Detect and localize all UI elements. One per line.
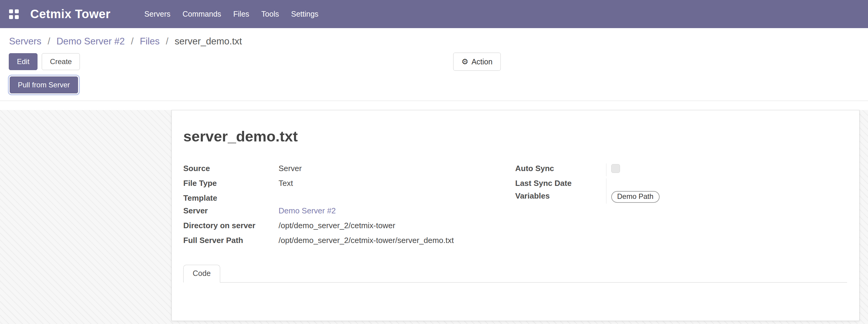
field-row-directory: Directory on server /opt/demo_server_2/c… — [183, 221, 515, 235]
field-widget-last-sync — [606, 178, 847, 191]
menu-item-settings[interactable]: Settings — [291, 10, 318, 19]
field-group-right: Auto Sync Last Sync Date Variables Demo … — [515, 163, 847, 250]
apps-grid-icon[interactable] — [9, 9, 19, 19]
menu-item-tools[interactable]: Tools — [261, 10, 279, 19]
record-title: server_demo.txt — [183, 128, 847, 145]
breadcrumb-separator: / — [166, 36, 168, 46]
tab-content-code — [183, 283, 847, 316]
breadcrumb-separator: / — [48, 36, 50, 46]
field-value-server-link[interactable]: Demo Server #2 — [279, 206, 336, 216]
breadcrumb-current-file: server_demo.txt — [175, 36, 242, 46]
breadcrumb-demo-server[interactable]: Demo Server #2 — [57, 36, 125, 46]
field-label-server: Server — [183, 206, 279, 216]
field-row-variables: Variables Demo Path — [515, 191, 847, 206]
pull-from-server-button[interactable]: Pull from Server — [10, 76, 78, 93]
field-label-file-type: File Type — [183, 178, 279, 188]
field-row-server: Server Demo Server #2 — [183, 206, 515, 221]
control-panel: Edit Create ⚙ Action — [0, 51, 868, 73]
breadcrumb: Servers / Demo Server #2 / Files / serve… — [0, 28, 868, 51]
variable-tag-demo-path: Demo Path — [611, 191, 660, 203]
field-value-full-path: /opt/demo_server_2/cetmix-tower/server_d… — [279, 235, 454, 245]
field-row-file-type: File Type Text — [183, 178, 515, 193]
action-button[interactable]: ⚙ Action — [453, 53, 501, 71]
field-value-directory: /opt/demo_server_2/cetmix-tower — [279, 221, 395, 230]
app-brand-title[interactable]: Cetmix Tower — [30, 7, 111, 21]
notebook-tab-bar: Code — [183, 265, 847, 283]
main-menu: Servers Commands Files Tools Settings — [144, 10, 318, 19]
breadcrumb-files[interactable]: Files — [140, 36, 159, 46]
field-value-source: Server — [279, 163, 302, 173]
breadcrumb-servers[interactable]: Servers — [9, 36, 41, 46]
field-label-last-sync: Last Sync Date — [515, 178, 606, 188]
field-widget-variables: Demo Path — [606, 191, 847, 204]
tab-code[interactable]: Code — [183, 265, 220, 283]
field-widget-auto-sync — [606, 163, 847, 176]
field-label-auto-sync: Auto Sync — [515, 163, 606, 173]
edit-button[interactable]: Edit — [9, 53, 37, 70]
field-label-full-path: Full Server Path — [183, 235, 279, 245]
form-view-background: server_demo.txt Source Server File Type … — [0, 110, 868, 324]
field-group-left: Source Server File Type Text Template Se… — [183, 163, 515, 250]
auto-sync-checkbox[interactable] — [611, 164, 620, 173]
field-row-full-path: Full Server Path /opt/demo_server_2/cetm… — [183, 235, 515, 250]
field-groups: Source Server File Type Text Template Se… — [183, 163, 847, 250]
gear-icon: ⚙ — [462, 58, 468, 66]
form-sheet: server_demo.txt Source Server File Type … — [172, 110, 860, 321]
breadcrumb-separator: / — [131, 36, 134, 46]
field-row-source: Source Server — [183, 163, 515, 178]
field-row-last-sync: Last Sync Date — [515, 178, 847, 191]
form-status-bar: Pull from Server — [0, 73, 868, 101]
notebook: Code — [183, 265, 847, 316]
field-row-template: Template — [183, 193, 515, 206]
field-label-template: Template — [183, 193, 279, 203]
top-navbar: Cetmix Tower Servers Commands Files Tool… — [0, 0, 868, 28]
menu-item-files[interactable]: Files — [233, 10, 249, 19]
create-button[interactable]: Create — [42, 53, 80, 70]
field-label-source: Source — [183, 163, 279, 173]
menu-item-commands[interactable]: Commands — [182, 10, 221, 19]
field-label-variables: Variables — [515, 191, 606, 201]
field-label-directory: Directory on server — [183, 221, 279, 230]
field-row-auto-sync: Auto Sync — [515, 163, 847, 178]
field-value-file-type: Text — [279, 178, 293, 188]
action-button-label: Action — [471, 58, 492, 66]
menu-item-servers[interactable]: Servers — [144, 10, 170, 19]
